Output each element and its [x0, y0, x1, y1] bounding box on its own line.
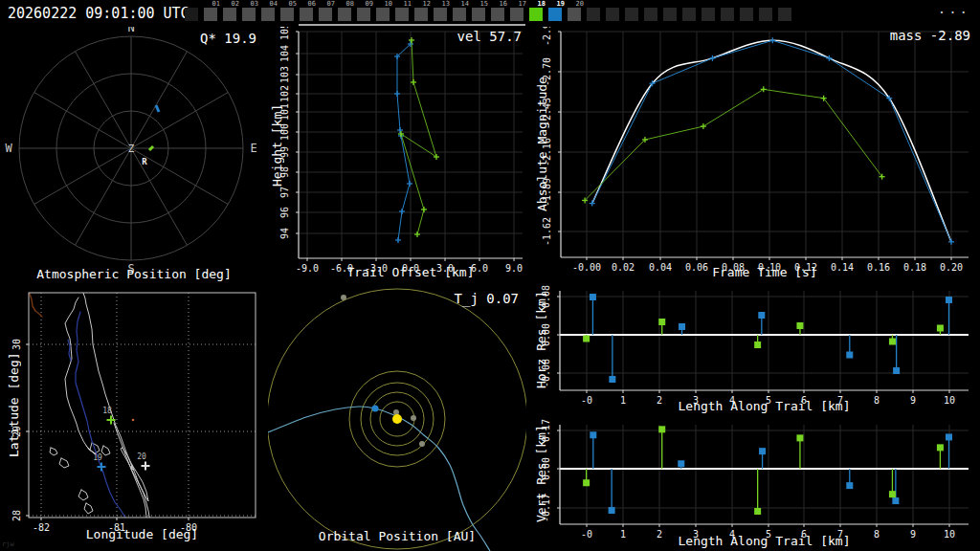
frame-thumbnail-image [261, 8, 275, 21]
frame-thumbnail-image [491, 8, 504, 21]
vert-res-xlabel: Length Along Trail [km] [560, 534, 969, 548]
frame-thumbnail-image [338, 8, 351, 21]
frame-thumbnail-blank-29[interactable] [739, 0, 758, 26]
frame-thumbnail-blank-23[interactable] [624, 0, 643, 26]
frame-thumbnail-image [663, 8, 677, 21]
ground-map-chart: 181920-82-81-80302928 [0, 285, 268, 551]
trail-ylabel: Height [km] [269, 32, 284, 258]
panel-orbital-position: T_j 0.07 Orbital Position [AU] [268, 285, 526, 551]
orbital-xlabel: Orbital Position [AU] [268, 529, 526, 543]
frame-number-label: 04 [270, 1, 278, 8]
frame-thumbnail-image [414, 8, 428, 21]
frame-thumbnail-07[interactable]: 07 [318, 0, 337, 26]
map-ylabel: Latitude [deg] [6, 293, 21, 518]
frame-thumbnail-blank-28[interactable] [720, 0, 739, 26]
frame-thumbnail-blank-21[interactable] [586, 0, 605, 26]
frame-number-label: 16 [500, 1, 507, 8]
frame-thumbnail-image [778, 8, 791, 21]
mass-badge: mass -2.89 [890, 28, 970, 43]
frame-thumbnail-image [357, 8, 370, 21]
frame-thumbnail-image [568, 8, 581, 21]
vertical-residuals-chart: -0123456789100.170.00-0.17 [526, 419, 980, 551]
frame-thumbnail-17[interactable]: 17 [509, 0, 528, 26]
panel-ground-map: 181920-82-81-80302928 Longitude [deg] La… [0, 285, 268, 551]
frame-thumbnail-02[interactable]: 02 [222, 0, 241, 26]
frame-thumbnail-03[interactable]: 03 [241, 0, 260, 26]
frame-thumbnail-10[interactable]: 10 [375, 0, 394, 26]
panel-vertical-residuals: -0123456789100.170.00-0.17 Length Along … [526, 419, 980, 551]
velocity-badge: vel 57.7 [457, 29, 522, 44]
frame-thumbnail-14[interactable]: 14 [452, 0, 471, 26]
frame-thumbnail-image [759, 8, 772, 21]
frame-number-label: 19 [557, 1, 565, 8]
frame-thumbnail-blank-22[interactable] [605, 0, 624, 26]
frame-number-label: 09 [366, 1, 373, 8]
frame-number-label: 18 [538, 1, 546, 8]
frame-number-label: 20 [576, 1, 584, 8]
orbital-position-chart [268, 285, 526, 551]
frame-thumbnail-blank-27[interactable] [701, 0, 720, 26]
frame-number-label: 06 [308, 1, 316, 8]
frame-thumbnail-image [529, 8, 543, 21]
panel-horizontal-residuals: -0123456789100.080.00-0.08 Length Along … [526, 285, 980, 419]
frame-thumbnail-image [242, 8, 256, 21]
frame-thumbnail-18[interactable]: 18 [528, 0, 547, 26]
frame-thumbnail-image [587, 8, 600, 21]
frame-thumbnail-13[interactable]: 13 [433, 0, 452, 26]
frame-thumbnail-01[interactable]: 01 [203, 0, 222, 26]
frame-strip-scrollbar[interactable] [299, 24, 525, 26]
frame-thumbnail-image [682, 8, 696, 21]
frame-thumbnail-image [376, 8, 390, 21]
frame-thumbnail-image [395, 8, 409, 21]
timestamp: 20260222 09:01:00 UTC [8, 5, 189, 22]
magnitude-xlabel: Frame Time [s] [561, 265, 969, 279]
frame-thumbnail-blank-31[interactable] [777, 0, 796, 26]
frame-thumbnail-image [300, 8, 313, 21]
frame-thumbnail-image [434, 8, 447, 21]
frame-number-label: 10 [385, 1, 392, 8]
horz-res-ylabel: Horz Res [km] [534, 287, 548, 392]
frame-number-label: 12 [423, 1, 431, 8]
overflow-menu-button[interactable]: ... [938, 1, 970, 16]
frame-thumbnail-image [606, 8, 619, 21]
frame-thumbnail-15[interactable]: 15 [471, 0, 490, 26]
svg-text:Z: Z [128, 143, 135, 155]
frame-thumbnail-08[interactable]: 08 [337, 0, 356, 26]
frame-thumbnail-blank-30[interactable] [758, 0, 777, 26]
frame-thumbnail-blank-0[interactable] [184, 0, 203, 26]
frame-thumbnail-06[interactable]: 06 [299, 0, 318, 26]
frame-thumbnail-image [740, 8, 753, 21]
frame-number-label: 08 [346, 1, 354, 8]
tisserand-badge: T_j 0.07 [455, 291, 519, 306]
frame-thumbnail-image [319, 8, 332, 21]
frame-number-label: 11 [404, 1, 412, 8]
magnitude-ylabel: Absolute Magnitude [534, 32, 549, 257]
atmospheric-position-chart: NESWZR [0, 27, 268, 285]
frame-thumbnail-12[interactable]: 12 [413, 0, 433, 26]
frame-thumbnail-blank-26[interactable] [681, 0, 701, 26]
frame-number-label: 05 [289, 1, 297, 8]
frame-number-label: 14 [461, 1, 469, 8]
frame-thumbnail-image [548, 8, 562, 21]
meteor-analysis-app: 20260222 09:01:00 UTC 010203040506070809… [0, 0, 980, 551]
frame-number-label: 03 [251, 1, 258, 8]
frame-thumbnail-20[interactable]: 20 [567, 0, 586, 26]
watermark: rjw [2, 540, 14, 548]
frame-thumbnail-image [223, 8, 236, 21]
frame-thumbnail-11[interactable]: 11 [394, 0, 413, 26]
svg-text:W: W [5, 142, 12, 155]
frame-strip: 0102030405060708091011121314151617181920 [184, 0, 796, 27]
frame-thumbnail-blank-24[interactable] [643, 0, 662, 26]
frame-number-label: 02 [232, 1, 239, 8]
frame-thumbnail-19[interactable]: 19 [547, 0, 567, 26]
svg-text:20: 20 [137, 452, 146, 461]
frame-thumbnail-09[interactable]: 09 [356, 0, 375, 26]
frame-thumbnail-16[interactable]: 16 [490, 0, 509, 26]
frame-thumbnail-image [185, 8, 198, 21]
frame-thumbnail-04[interactable]: 04 [260, 0, 279, 26]
frame-thumbnail-05[interactable]: 05 [279, 0, 299, 26]
map-xlabel: Longitude [deg] [29, 527, 256, 541]
frame-thumbnail-blank-25[interactable] [662, 0, 681, 26]
frame-thumbnail-image [280, 8, 294, 21]
frame-number-label: 01 [212, 1, 220, 8]
